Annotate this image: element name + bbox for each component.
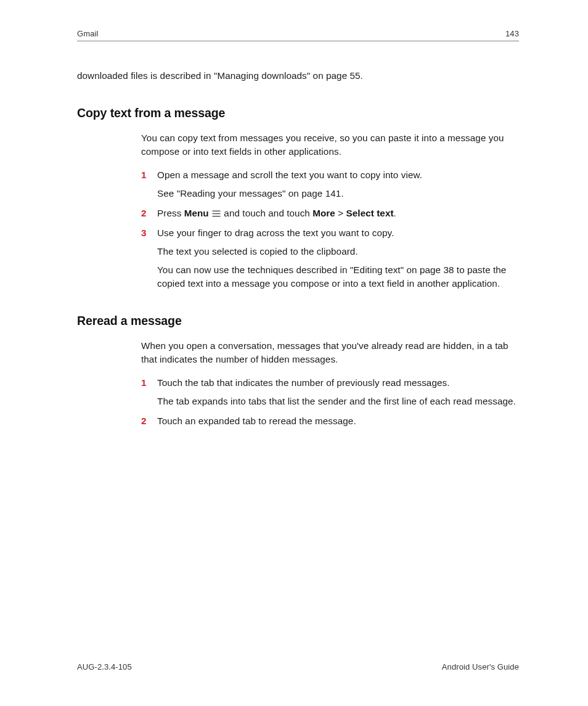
text-fragment: and touch and touch: [221, 208, 312, 218]
step-sub: The text you selected is copied to the c…: [157, 245, 519, 258]
header-page-number: 143: [505, 29, 519, 38]
step-marker: 1: [141, 376, 147, 390]
step: 1 Touch the tab that indicates the numbe…: [141, 376, 519, 408]
step-text: Touch an expanded tab to reread the mess…: [157, 416, 356, 426]
header-section: Gmail: [77, 29, 98, 38]
section2-steps: 1 Touch the tab that indicates the numbe…: [141, 376, 519, 428]
text-fragment: .: [394, 208, 396, 218]
step: 3 Use your finger to drag across the tex…: [141, 226, 519, 290]
text-fragment: Press: [157, 208, 184, 218]
section2-intro: When you open a conversation, messages t…: [141, 339, 519, 366]
header-rule: [77, 41, 519, 41]
running-footer: AUG-2.3.4-105 Android User's Guide: [77, 662, 519, 671]
step-sub: The tab expands into tabs that list the …: [157, 395, 519, 408]
select-text-label: Select text: [346, 208, 394, 218]
step-marker: 2: [141, 414, 147, 428]
step-marker: 1: [141, 168, 147, 182]
footer-doc-id: AUG-2.3.4-105: [77, 662, 132, 671]
step-sub: See "Reading your messages" on page 141.: [157, 187, 519, 200]
menu-icon: [212, 210, 221, 217]
step-text: Open a message and scroll the text you w…: [157, 170, 422, 180]
footer-doc-title: Android User's Guide: [442, 662, 519, 671]
heading-reread: Reread a message: [77, 314, 519, 328]
step-marker: 2: [141, 207, 147, 220]
step: 1 Open a message and scroll the text you…: [141, 168, 519, 200]
page-content: downloaded files is described in "Managi…: [77, 62, 519, 434]
heading-copy-text: Copy text from a message: [77, 106, 519, 120]
step-text: Use your finger to drag across the text …: [157, 228, 394, 238]
step: 2 Press Menu and touch and touch More > …: [141, 207, 519, 220]
step-marker: 3: [141, 226, 147, 240]
continuation-paragraph: downloaded files is described in "Managi…: [77, 69, 519, 83]
section1-intro: You can copy text from messages you rece…: [141, 131, 519, 158]
step-sub: You can now use the techniques described…: [157, 263, 519, 290]
page: Gmail 143 downloaded files is described …: [0, 0, 588, 706]
step: 2 Touch an expanded tab to reread the me…: [141, 414, 519, 428]
menu-label: Menu: [184, 208, 209, 218]
more-label: More: [312, 208, 335, 218]
step-text: Press Menu and touch and touch More > Se…: [157, 208, 396, 218]
running-header: Gmail 143: [77, 29, 519, 38]
breadcrumb-separator: >: [335, 208, 346, 218]
step-text: Touch the tab that indicates the number …: [157, 377, 450, 388]
section1-steps: 1 Open a message and scroll the text you…: [141, 168, 519, 290]
